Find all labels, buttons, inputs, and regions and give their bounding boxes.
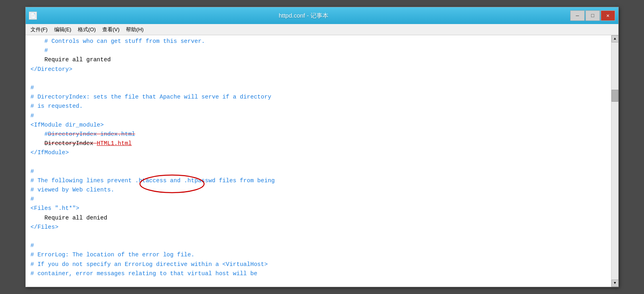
line-8: # is requested. — [30, 102, 606, 111]
line-19: <Files ".ht*"> — [30, 204, 606, 213]
content-area: # Controls who can get stuff from this s… — [26, 35, 618, 287]
close-button[interactable]: ✕ — [601, 10, 615, 21]
menu-edit[interactable]: 编辑(E) — [51, 25, 75, 34]
line-22 — [30, 232, 606, 241]
line-24: # ErrorLog: The location of the error lo… — [30, 250, 606, 260]
line-2: # — [30, 46, 606, 55]
line-7: # DirectoryIndex: sets the file that Apa… — [30, 93, 606, 102]
window-title: httpd.conf - 记事本 — [37, 12, 570, 20]
line-20: Require all denied — [30, 213, 606, 223]
line-23: # — [30, 241, 606, 250]
minimize-button[interactable]: — — [570, 10, 585, 21]
line-14 — [30, 157, 606, 167]
line-26: # container, error messages relating to … — [30, 269, 606, 278]
line-17: # viewed by Web clients. — [30, 185, 606, 195]
line-3: Require all granted — [30, 55, 606, 64]
line-25: # If you do not specify an ErrorLog dire… — [30, 260, 606, 269]
scrollbar[interactable]: ▲ ▼ — [611, 35, 618, 287]
menu-view[interactable]: 查看(V) — [99, 25, 123, 34]
menu-file[interactable]: 文件(F) — [27, 25, 51, 34]
line-13: </IfModule> — [30, 148, 606, 157]
line-16: # The following lines prevent .htaccess … — [30, 176, 606, 185]
text-editor[interactable]: # Controls who can get stuff from this s… — [26, 35, 611, 287]
line-11: #DirectoryIndex index.html — [30, 130, 606, 139]
scrollbar-track[interactable] — [612, 42, 618, 280]
line-1: # Controls who can get stuff from this s… — [30, 37, 606, 46]
menu-bar: 文件(F) 编辑(E) 格式(O) 查看(V) 帮助(H) — [26, 24, 618, 35]
line-4: </Directory> — [30, 65, 606, 74]
main-window: 📄 httpd.conf - 记事本 — □ ✕ 文件(F) 编辑(E) 格式(… — [25, 7, 619, 287]
line-12: DirectoryIndex HTML1.html — [30, 139, 606, 148]
maximize-button[interactable]: □ — [585, 10, 600, 21]
title-bar: 📄 httpd.conf - 记事本 — □ ✕ — [26, 7, 618, 24]
menu-format[interactable]: 格式(O) — [75, 25, 99, 34]
scroll-up-arrow[interactable]: ▲ — [612, 35, 619, 42]
line-21: </Files> — [30, 223, 606, 232]
line-9: # — [30, 111, 606, 121]
scroll-down-arrow[interactable]: ▼ — [612, 280, 619, 287]
line-6: # — [30, 83, 606, 93]
line-10: <IfModule dir_module> — [30, 121, 606, 130]
menu-help[interactable]: 帮助(H) — [123, 25, 147, 34]
line-5 — [30, 74, 606, 83]
scrollbar-thumb[interactable] — [612, 90, 618, 102]
window-icon: 📄 — [29, 12, 37, 20]
window-controls: — □ ✕ — [570, 10, 615, 21]
line-18: # — [30, 195, 606, 204]
line-15: # — [30, 167, 606, 176]
